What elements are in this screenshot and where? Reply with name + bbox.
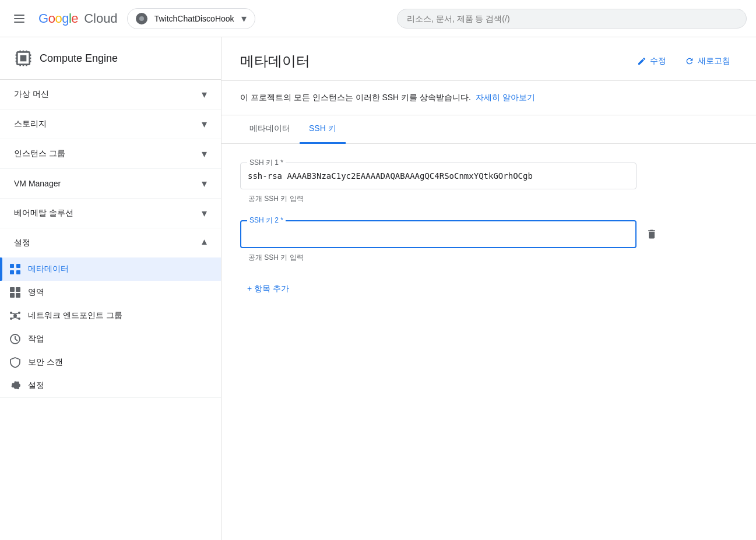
tab-ssh-keys[interactable]: SSH 키	[300, 115, 346, 144]
refresh-button[interactable]: 새로고침	[678, 51, 737, 71]
page-title: 메타데이터	[240, 52, 310, 70]
sidebar-section-header-vm[interactable]: 가상 머신 ▾	[0, 80, 221, 109]
compute-engine-icon	[14, 49, 33, 68]
sidebar-section-header-storage[interactable]: 스토리지 ▾	[0, 110, 221, 139]
sidebar-section-header-vm-manager[interactable]: VM Manager ▾	[0, 169, 221, 198]
ssh-key-1-input[interactable]	[240, 163, 637, 189]
project-name: TwitchChatDiscoHook	[152, 14, 237, 23]
ssh-key-2-input[interactable]	[240, 220, 637, 248]
sidebar-section-storage: 스토리지 ▾	[0, 110, 221, 139]
vm-section-label: 가상 머신	[14, 89, 49, 100]
sidebar-item-security-scan[interactable]: 보안 스캔	[0, 351, 221, 374]
refresh-icon	[685, 57, 694, 66]
sidebar-section-vm: 가상 머신 ▾	[0, 80, 221, 110]
sidebar-item-metadata[interactable]: 메타데이터	[0, 257, 221, 281]
search-input[interactable]	[407, 14, 737, 23]
sidebar-item-jobs[interactable]: 작업	[0, 327, 221, 351]
ssh-key-1-input-row	[240, 163, 737, 189]
main-layout: Compute Engine 가상 머신 ▾ 스토리지 ▾ 인스턴스 그룹 ▾	[0, 37, 756, 540]
sidebar-item-zones[interactable]: 영역	[0, 281, 221, 304]
chevron-icon-settings: ▾	[202, 237, 207, 249]
ssh-key-1-hint: 공개 SSH 키 입력	[240, 192, 737, 206]
add-item-label: + 항목 추가	[247, 284, 289, 294]
sidebar-item-network-endpoints-label: 네트워크 엔드포인트 그룹	[28, 310, 122, 321]
sidebar-item-security-scan-label: 보안 스캔	[28, 357, 63, 368]
sidebar-section-header-instance-groups[interactable]: 인스턴스 그룹 ▾	[0, 139, 221, 168]
project-icon	[136, 13, 147, 24]
chevron-icon-vm: ▾	[202, 88, 207, 101]
chevron-icon-storage: ▾	[202, 118, 207, 130]
header-actions: 수정 새로고침	[630, 51, 737, 71]
svg-rect-2	[14, 22, 24, 23]
sidebar-item-network-endpoints[interactable]: 네트워크 엔드포인트 그룹	[0, 304, 221, 327]
bare-metal-section-label: 베어메탈 솔루션	[14, 208, 73, 218]
delete-icon	[646, 228, 657, 240]
edit-label: 수정	[650, 56, 666, 66]
chevron-icon-vm-manager: ▾	[202, 177, 207, 190]
search-bar	[397, 9, 747, 29]
svg-rect-19	[10, 270, 14, 274]
tab-metadata[interactable]: 메타데이터	[240, 115, 300, 144]
google-cloud-logo[interactable]: Google Cloud	[38, 11, 118, 26]
learn-more-link[interactable]: 자세히 알아보기	[476, 93, 535, 102]
svg-rect-4	[20, 55, 27, 62]
ssh-key-1-label: SSH 키 1	[247, 158, 286, 168]
ssh-key-2-label: SSH 키 2	[247, 216, 286, 225]
gear-icon	[9, 380, 21, 391]
sidebar-item-metadata-label: 메타데이터	[28, 264, 69, 274]
hamburger-button[interactable]	[9, 9, 29, 29]
sidebar-section-bare-metal: 베어메탈 솔루션 ▾	[0, 199, 221, 228]
svg-rect-21	[10, 287, 15, 292]
refresh-label: 새로고침	[698, 56, 730, 66]
svg-rect-20	[16, 270, 20, 274]
sidebar-header: Compute Engine	[0, 37, 221, 80]
vm-manager-section-label: VM Manager	[14, 179, 61, 188]
top-nav: Google Cloud TwitchChatDiscoHook ▾	[0, 0, 756, 37]
svg-rect-0	[14, 15, 24, 16]
sidebar-item-jobs-label: 작업	[28, 334, 44, 344]
sidebar-section-settings: 설정 ▾ 메타데이터	[0, 228, 221, 398]
add-item-button[interactable]: + 항목 추가	[240, 279, 296, 299]
sidebar-section-instance-groups: 인스턴스 그룹 ▾	[0, 139, 221, 169]
sidebar-item-zones-label: 영역	[28, 287, 44, 298]
sidebar-title: Compute Engine	[40, 52, 118, 65]
clock-icon	[9, 333, 21, 345]
svg-rect-24	[16, 293, 20, 298]
shield-icon	[9, 357, 21, 368]
page-header: 메타데이터 수정 새로고침	[221, 37, 756, 81]
network-icon	[9, 310, 21, 322]
ssh-key-field-1: SSH 키 1	[240, 163, 737, 189]
ssh-key-group-1: SSH 키 1 공개 SSH 키 입력	[240, 163, 737, 206]
svg-rect-22	[16, 287, 20, 292]
svg-rect-23	[10, 293, 15, 298]
svg-rect-18	[16, 264, 20, 268]
storage-section-label: 스토리지	[14, 119, 47, 129]
sidebar-item-settings[interactable]: 설정	[0, 374, 221, 397]
tabs-container: 메타데이터 SSH 키	[221, 115, 756, 144]
ssh-key-group-2: SSH 키 2 공개 SSH 키 입력	[240, 220, 737, 265]
ssh-key-2-input-row	[240, 220, 737, 248]
edit-icon	[637, 57, 646, 66]
edit-button[interactable]: 수정	[630, 51, 673, 71]
zones-icon	[9, 287, 21, 298]
ssh-key-field-2: SSH 키 2	[240, 220, 737, 248]
project-selector[interactable]: TwitchChatDiscoHook ▾	[127, 8, 255, 29]
ssh-key-2-hint: 공개 SSH 키 입력	[240, 250, 737, 265]
ssh-key-2-delete-button[interactable]	[641, 224, 662, 245]
svg-rect-1	[14, 18, 24, 19]
svg-rect-17	[10, 264, 14, 268]
chevron-down-icon: ▾	[241, 12, 247, 25]
chevron-icon-instance-groups: ▾	[202, 147, 207, 160]
ssh-keys-section: SSH 키 1 공개 SSH 키 입력 SSH 키 2	[221, 144, 756, 317]
sidebar: Compute Engine 가상 머신 ▾ 스토리지 ▾ 인스턴스 그룹 ▾	[0, 37, 221, 540]
svg-line-36	[15, 339, 17, 341]
sidebar-section-header-bare-metal[interactable]: 베어메탈 솔루션 ▾	[0, 199, 221, 228]
info-text: 이 프로젝트의 모든 인스턴스는 이러한 SSH 키를 상속받습니다.	[240, 93, 471, 102]
info-bar: 이 프로젝트의 모든 인스턴스는 이러한 SSH 키를 상속받습니다. 자세히 …	[221, 81, 756, 115]
sidebar-section-header-settings[interactable]: 설정 ▾	[0, 228, 221, 257]
grid-icon	[9, 263, 21, 275]
sidebar-item-settings-label: 설정	[28, 380, 44, 391]
chevron-icon-bare-metal: ▾	[202, 207, 207, 220]
instance-groups-section-label: 인스턴스 그룹	[14, 149, 65, 159]
svg-point-25	[13, 314, 17, 317]
